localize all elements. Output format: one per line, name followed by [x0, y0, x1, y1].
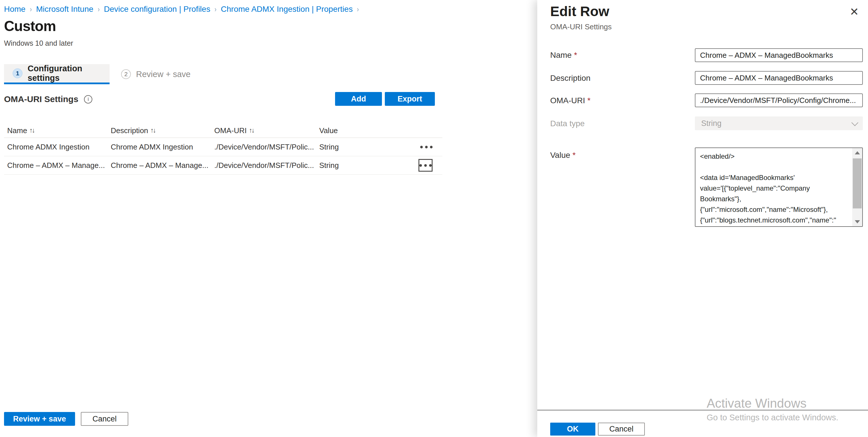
row-context-menu-icon-focused[interactable]: [418, 159, 433, 171]
row-description: Chrome – ADMX – Manage...: [107, 161, 211, 170]
table-row[interactable]: Chrome ADMX Ingestion Chrome ADMX Ingest…: [4, 138, 442, 156]
wizard-tabs: 1 Configuration settings 2 Review + save: [4, 64, 199, 84]
data-type-field-label: Data type: [550, 119, 585, 128]
row-description: Chrome ADMX Ingestion: [107, 143, 211, 152]
chevron-down-icon: [851, 119, 858, 126]
column-label: OMA-URI: [214, 126, 247, 135]
description-field-label: Description: [550, 73, 590, 83]
label-text: Description: [550, 73, 590, 83]
page-title: Custom: [4, 18, 56, 34]
oma-uri-table: Name↑↓ Description↑↓ OMA-URI↑↓ Value Chr…: [4, 124, 442, 175]
label-text: Data type: [550, 119, 585, 128]
add-button[interactable]: Add: [335, 92, 382, 106]
value-field[interactable]: <enabled/> <data id='ManagedBookmarks' v…: [695, 148, 863, 227]
activate-windows-hint: Go to Settings to activate Windows.: [707, 413, 838, 422]
oma-uri-settings-heading: OMA-URI Settings i: [4, 94, 92, 104]
table-row[interactable]: Chrome – ADMX – Manage... Chrome – ADMX …: [4, 156, 442, 175]
column-header-description[interactable]: Description↑↓: [107, 126, 211, 135]
required-marker: *: [587, 96, 590, 105]
ok-button[interactable]: OK: [550, 423, 595, 436]
row-name: Chrome – ADMX – Manage...: [4, 161, 107, 170]
column-header-value: Value: [316, 126, 386, 135]
ellipsis-icon: [419, 164, 432, 167]
column-header-name[interactable]: Name↑↓: [4, 126, 107, 135]
panel-subtitle: OMA-URI Settings: [550, 23, 612, 31]
oma-uri-field-label: OMA-URI*: [550, 96, 590, 105]
row-oma-uri: ./Device/Vendor/MSFT/Polic...: [211, 161, 316, 170]
table-header-row: Name↑↓ Description↑↓ OMA-URI↑↓ Value: [4, 124, 442, 138]
tab-step-badge: 1: [13, 68, 23, 78]
sort-icon[interactable]: ↑↓: [249, 126, 254, 134]
column-header-oma-uri[interactable]: OMA-URI↑↓: [211, 126, 316, 135]
panel-footer-divider: [537, 410, 868, 410]
breadcrumb-separator-icon: ›: [30, 5, 32, 14]
sort-icon[interactable]: ↑↓: [29, 126, 34, 134]
dropdown-selected-value: String: [701, 119, 722, 128]
label-text: Name: [550, 51, 572, 60]
scroll-down-icon[interactable]: [852, 217, 862, 226]
breadcrumb-home[interactable]: Home: [4, 5, 26, 14]
breadcrumb-separator-icon: ›: [98, 5, 100, 14]
breadcrumb-separator-icon: ›: [215, 5, 217, 14]
breadcrumb-device-configuration[interactable]: Device configuration | Profiles: [104, 5, 210, 14]
row-oma-uri: ./Device/Vendor/MSFT/Polic...: [211, 143, 316, 152]
tab-label: Configuration settings: [28, 64, 101, 83]
close-icon[interactable]: ✕: [849, 6, 859, 17]
column-label: Name: [7, 126, 27, 135]
sort-icon[interactable]: ↑↓: [150, 126, 155, 134]
edit-row-panel: Edit Row OMA-URI Settings ✕ Name* Descri…: [537, 0, 868, 437]
breadcrumb-separator-icon: ›: [357, 5, 359, 14]
tab-review-save[interactable]: 2 Review + save: [113, 64, 199, 84]
export-button[interactable]: Export: [385, 92, 435, 106]
row-value-type: String: [316, 161, 386, 170]
page-subtitle: Windows 10 and later: [4, 39, 73, 48]
row-value-type: String: [316, 143, 386, 152]
data-type-dropdown[interactable]: String: [695, 117, 863, 130]
breadcrumb-microsoft-intune[interactable]: Microsoft Intune: [36, 5, 93, 14]
column-label: Value: [319, 126, 338, 135]
description-field[interactable]: [695, 71, 863, 85]
tab-label: Review + save: [136, 69, 190, 79]
name-field[interactable]: [695, 48, 863, 62]
main-content: Home › Microsoft Intune › Device configu…: [0, 0, 537, 437]
section-heading-label: OMA-URI Settings: [4, 94, 78, 104]
label-text: Value: [550, 151, 570, 160]
name-field-label: Name*: [550, 51, 577, 60]
row-context-menu-icon[interactable]: [420, 146, 433, 148]
value-scrollbar[interactable]: [852, 148, 862, 226]
panel-title: Edit Row: [550, 3, 609, 19]
info-icon[interactable]: i: [84, 95, 92, 103]
breadcrumb: Home › Microsoft Intune › Device configu…: [4, 5, 359, 14]
tab-step-badge: 2: [121, 69, 131, 79]
value-field-text[interactable]: <enabled/> <data id='ManagedBookmarks' v…: [695, 148, 852, 226]
tab-configuration-settings[interactable]: 1 Configuration settings: [4, 64, 110, 84]
row-name: Chrome ADMX Ingestion: [4, 143, 107, 152]
required-marker: *: [574, 51, 577, 60]
oma-uri-field[interactable]: [695, 93, 863, 107]
review-save-button[interactable]: Review + save: [4, 412, 75, 426]
activate-windows-watermark: Activate Windows: [707, 396, 806, 410]
label-text: OMA-URI: [550, 96, 585, 105]
row-actions: [386, 159, 442, 171]
scrollbar-thumb[interactable]: [853, 158, 862, 209]
required-marker: *: [572, 151, 576, 160]
cancel-button[interactable]: Cancel: [81, 412, 128, 426]
column-label: Description: [111, 126, 148, 135]
value-field-label: Value*: [550, 151, 576, 160]
scroll-up-icon[interactable]: [852, 148, 862, 157]
breadcrumb-chrome-admx-properties[interactable]: Chrome ADMX Ingestion | Properties: [221, 5, 353, 14]
row-actions: [386, 146, 442, 148]
panel-cancel-button[interactable]: Cancel: [598, 423, 645, 436]
